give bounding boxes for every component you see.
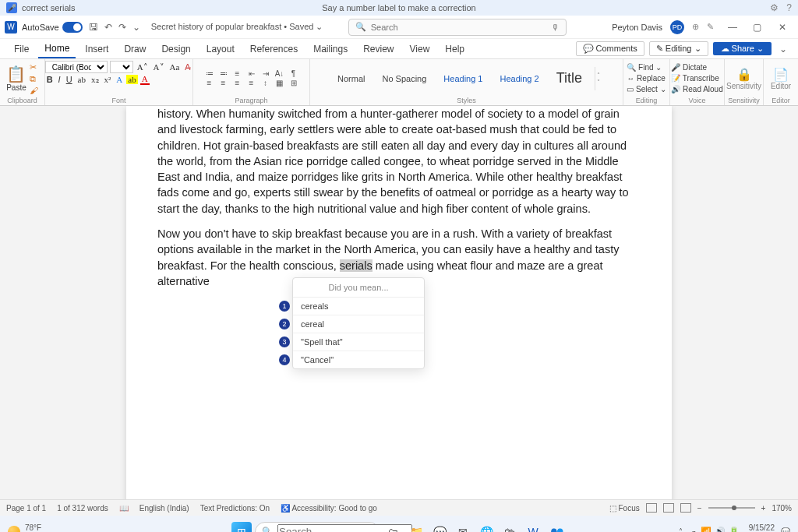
word-count[interactable]: 1 of 312 words bbox=[57, 504, 108, 513]
search-box[interactable]: 🔍 🎙 bbox=[348, 19, 567, 36]
edge-icon[interactable]: 🌐 bbox=[476, 522, 496, 533]
show-marks-icon[interactable]: ¶ bbox=[288, 69, 299, 78]
sensitivity-button[interactable]: 🔒 Sensitivity bbox=[726, 67, 761, 90]
borders-icon[interactable]: ⊞ bbox=[288, 79, 299, 87]
help-icon[interactable]: ? bbox=[786, 2, 792, 13]
toggle-on-icon[interactable] bbox=[62, 22, 83, 33]
web-layout-icon[interactable] bbox=[680, 503, 691, 513]
tab-mailings[interactable]: Mailings bbox=[307, 41, 354, 58]
zoom-level[interactable]: 170% bbox=[772, 504, 792, 513]
coming-soon-icon[interactable]: ⊕ bbox=[692, 22, 699, 32]
shrink-font-icon[interactable]: A˅ bbox=[152, 62, 166, 72]
read-mode-icon[interactable] bbox=[663, 503, 674, 513]
suggestion-cereals[interactable]: cereals bbox=[293, 298, 424, 315]
tab-layout[interactable]: Layout bbox=[200, 41, 241, 58]
highlighted-word[interactable]: serials bbox=[340, 259, 373, 272]
select-button[interactable]: ▭ Select ⌄ bbox=[625, 84, 667, 95]
format-painter-icon[interactable]: 🖌 bbox=[30, 86, 38, 95]
wifi-icon[interactable]: 📶 bbox=[701, 527, 711, 532]
highlight-icon[interactable]: ab bbox=[126, 75, 137, 84]
zoom-out-icon[interactable]: − bbox=[697, 504, 702, 513]
people-icon[interactable]: 👥 bbox=[546, 522, 567, 533]
underline-button[interactable]: U bbox=[65, 75, 74, 84]
font-size-select[interactable]: 11 bbox=[110, 61, 133, 73]
multilevel-icon[interactable]: ≡ bbox=[232, 69, 243, 78]
mic-icon[interactable]: 🎤 bbox=[6, 2, 17, 13]
user-name[interactable]: Peyton Davis bbox=[612, 23, 662, 32]
autosave-toggle[interactable]: AutoSave bbox=[22, 22, 83, 33]
ribbon-collapse-icon[interactable]: ⌄ bbox=[776, 44, 790, 55]
comments-button[interactable]: 💬 Comments bbox=[576, 41, 644, 56]
bullets-icon[interactable]: ≔ bbox=[204, 69, 215, 78]
clear-format-icon[interactable]: A̶ bbox=[183, 62, 192, 72]
tab-draw[interactable]: Draw bbox=[118, 41, 152, 58]
change-case-icon[interactable]: Aa bbox=[168, 62, 182, 72]
document-canvas[interactable]: history. When humanity switched from a h… bbox=[0, 106, 798, 499]
numbering-icon[interactable]: ≕ bbox=[218, 69, 229, 78]
tab-review[interactable]: Review bbox=[357, 41, 400, 58]
tab-home[interactable]: Home bbox=[38, 40, 76, 58]
justify-icon[interactable]: ≡ bbox=[246, 79, 257, 87]
zoom-slider[interactable] bbox=[708, 507, 755, 509]
spell-check-icon[interactable]: 📖 bbox=[119, 504, 129, 513]
read-aloud-button[interactable]: 🔊 Read Aloud bbox=[669, 84, 725, 95]
search-mic-icon[interactable]: 🎙 bbox=[551, 23, 560, 32]
sort-icon[interactable]: A↓ bbox=[274, 69, 285, 78]
user-avatar[interactable]: PD bbox=[670, 20, 684, 34]
search-input[interactable] bbox=[371, 23, 551, 32]
accessibility-status[interactable]: ♿ Accessibility: Good to go bbox=[281, 504, 377, 513]
styles-more-icon[interactable]: ˄˅ bbox=[595, 67, 600, 90]
shading-icon[interactable]: ▦ bbox=[274, 79, 285, 87]
increase-indent-icon[interactable]: ⇥ bbox=[260, 69, 271, 78]
weather-widget[interactable]: 78°F Sunny bbox=[8, 523, 47, 533]
editor-button[interactable]: 📄 Editor bbox=[771, 67, 791, 90]
task-view-icon[interactable]: 🗂 bbox=[383, 522, 403, 533]
cut-icon[interactable]: ✂ bbox=[30, 62, 38, 72]
italic-button[interactable]: I bbox=[57, 75, 62, 84]
text-effects-icon[interactable]: A bbox=[115, 75, 124, 84]
word-taskbar-icon[interactable]: W bbox=[523, 522, 543, 533]
notifications-icon[interactable]: 💬 bbox=[781, 527, 790, 532]
tab-view[interactable]: View bbox=[404, 41, 436, 58]
minimize-button[interactable]: — bbox=[722, 22, 743, 33]
settings-icon[interactable]: ⚙ bbox=[770, 2, 779, 13]
replace-button[interactable]: ↔ Replace bbox=[625, 73, 667, 84]
chat-icon[interactable]: 💬 bbox=[429, 522, 450, 533]
volume-icon[interactable]: 🔊 bbox=[715, 527, 726, 532]
copy-icon[interactable]: ⧉ bbox=[30, 74, 38, 84]
qat-more-icon[interactable]: ⌄ bbox=[131, 22, 142, 33]
document-title[interactable]: Secret history of popular breakfast • Sa… bbox=[151, 22, 323, 32]
align-right-icon[interactable]: ≡ bbox=[232, 79, 243, 87]
paste-button[interactable]: 📋 Paste bbox=[6, 65, 26, 92]
explorer-icon[interactable]: 📁 bbox=[406, 522, 426, 533]
strikethrough-button[interactable]: ab bbox=[76, 75, 87, 84]
share-button[interactable]: ☁ Share ⌄ bbox=[713, 42, 772, 55]
transcribe-button[interactable]: 📝 Transcribe bbox=[669, 73, 725, 84]
align-left-icon[interactable]: ≡ bbox=[204, 79, 215, 87]
onedrive-icon[interactable]: ☁ bbox=[689, 527, 697, 532]
tab-file[interactable]: File bbox=[8, 41, 35, 58]
language-status[interactable]: English (India) bbox=[139, 504, 189, 513]
line-spacing-icon[interactable]: ↕ bbox=[260, 79, 271, 87]
tab-references[interactable]: References bbox=[244, 41, 304, 58]
page-count[interactable]: Page 1 of 1 bbox=[6, 504, 46, 513]
tab-help[interactable]: Help bbox=[439, 41, 471, 58]
redo-icon[interactable]: ↷ bbox=[117, 22, 128, 33]
find-button[interactable]: 🔍 Find ⌄ bbox=[625, 62, 667, 73]
paragraph-1[interactable]: history. When humanity switched from a h… bbox=[157, 106, 641, 217]
style-heading-2[interactable]: Heading 2 bbox=[495, 71, 543, 86]
store-icon[interactable]: 🛍 bbox=[500, 522, 520, 533]
taskbar-search[interactable]: 🔍 bbox=[255, 522, 380, 533]
text-predictions-status[interactable]: Text Predictions: On bbox=[200, 504, 270, 513]
suggestion-cancel[interactable]: "Cancel" bbox=[293, 351, 424, 368]
align-center-icon[interactable]: ≡ bbox=[218, 79, 229, 87]
style-heading-1[interactable]: Heading 1 bbox=[439, 71, 487, 86]
start-button[interactable]: ⊞ bbox=[231, 522, 252, 533]
tab-design[interactable]: Design bbox=[155, 41, 196, 58]
dictate-button[interactable]: 🎤 Dictate bbox=[669, 62, 725, 73]
style-no-spacing[interactable]: No Spacing bbox=[377, 71, 431, 86]
tab-insert[interactable]: Insert bbox=[79, 41, 115, 58]
save-icon[interactable]: 🖫 bbox=[87, 22, 100, 33]
print-layout-icon[interactable] bbox=[646, 503, 657, 513]
clock[interactable]: 9/15/22 9:28 AM bbox=[746, 523, 775, 533]
